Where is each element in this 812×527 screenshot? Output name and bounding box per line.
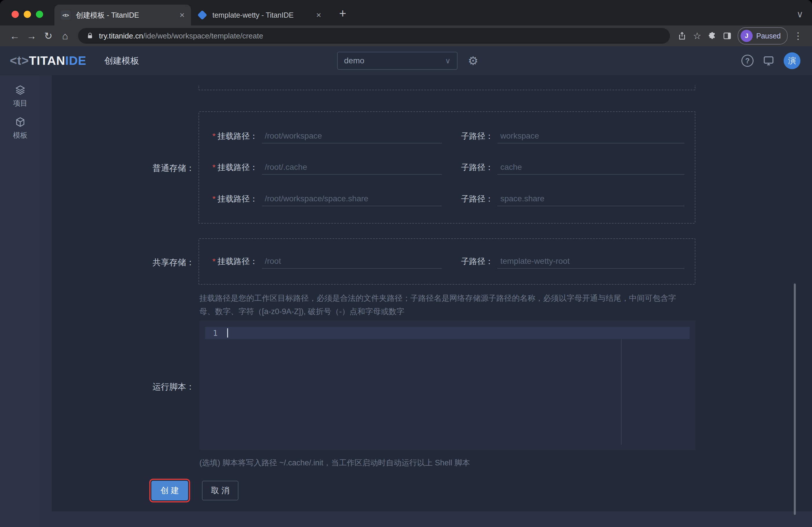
storage-row: * 挂载路径： /root/workspace/space.share 子路径：… <box>213 192 695 206</box>
tab-list: <t> 创建模板 - TitanIDE × template-wetty - T… <box>54 5 328 26</box>
logo-titan: TITAN <box>29 54 66 68</box>
sidebar-item-projects[interactable]: 项目 <box>13 85 28 108</box>
workspace-controls: demo ∨ ⚙ <box>337 52 478 70</box>
browser-tab-strip: <t> 创建模板 - TitanIDE × template-wetty - T… <box>0 0 812 26</box>
tab-template-wetty[interactable]: template-wetty - TitanIDE × <box>191 5 328 26</box>
sidebar-item-label: 模板 <box>13 130 28 140</box>
text-cursor <box>227 328 228 338</box>
storage-row: * 挂载路径： /root/.cache 子路径： cache <box>213 160 695 175</box>
url-domain: try.titanide.cn <box>99 31 143 40</box>
url-path: /ide/web/workspace/template/create <box>143 31 263 40</box>
window-close-button[interactable] <box>12 11 19 18</box>
user-avatar[interactable]: 演 <box>784 52 800 69</box>
workspace-settings-gear-icon[interactable]: ⚙ <box>468 55 478 67</box>
workspace-select-value: demo <box>344 56 364 65</box>
script-code-editor[interactable]: 1 <box>199 321 695 450</box>
sub-path-label: 子路径： <box>461 162 493 173</box>
lock-icon <box>86 32 94 40</box>
extensions-puzzle-icon[interactable] <box>705 31 720 40</box>
mount-path-label: 挂载路径： <box>217 162 258 173</box>
storage-row: * 挂载路径： /root 子路径： template-wetty-root <box>213 254 695 269</box>
storage-row: * 挂载路径： /root/workspace 子路径： workspace <box>213 129 695 144</box>
create-button[interactable]: 创 建 <box>151 481 188 500</box>
tab-search-chevron-icon[interactable]: ∨ <box>797 9 803 20</box>
tab-close-icon[interactable]: × <box>179 11 185 19</box>
sub-path-input[interactable]: workspace <box>497 129 684 144</box>
template-favicon-icon <box>197 10 207 20</box>
sub-path-label: 子路径： <box>461 193 493 205</box>
normal-storage-group: * 挂载路径： /root/workspace 子路径： workspace *… <box>199 111 695 223</box>
app-header: <t>TITANIDE 创建模板 demo ∨ ⚙ ? 演 <box>0 46 812 75</box>
sidebar-item-label: 项目 <box>13 98 28 108</box>
run-script-label: 运行脚本： <box>98 381 194 393</box>
sub-path-label: 子路径： <box>461 256 493 267</box>
titanide-logo: <t>TITANIDE <box>10 54 87 68</box>
shared-storage-label: 共享存储： <box>98 257 194 268</box>
profile-status-label: Paused <box>756 32 781 40</box>
browser-profile-button[interactable]: J Paused <box>738 27 788 45</box>
reload-icon[interactable]: ↻ <box>40 30 57 42</box>
logo-ide: IDE <box>66 54 87 68</box>
tab-create-template[interactable]: <t> 创建模板 - TitanIDE × <box>54 5 191 26</box>
mount-path-label: 挂载路径： <box>217 256 258 267</box>
back-icon[interactable]: ← <box>6 30 23 42</box>
shared-storage-group: * 挂载路径： /root 子路径： template-wetty-root <box>199 238 695 284</box>
sidebar-item-templates[interactable]: 模板 <box>13 117 28 140</box>
tab-title: template-wetty - TitanIDE <box>213 11 311 19</box>
required-marker: * <box>213 163 216 172</box>
required-marker: * <box>213 194 216 204</box>
window-zoom-button[interactable] <box>36 11 43 18</box>
url-text: try.titanide.cn/ide/web/workspace/templa… <box>99 31 263 41</box>
forward-icon[interactable]: → <box>23 30 40 42</box>
mount-path-input[interactable]: /root/workspace/space.share <box>262 192 442 206</box>
tab-close-icon[interactable]: × <box>316 11 321 19</box>
mount-path-label: 挂载路径： <box>217 193 258 205</box>
favicon-glyph: <t> <box>62 13 69 18</box>
workspace-select[interactable]: demo ∨ <box>337 52 458 70</box>
main-content: 普通存储： * 挂载路径： /root/workspace 子路径： works… <box>41 75 812 527</box>
required-marker: * <box>213 132 216 141</box>
sub-path-input[interactable]: cache <box>497 160 684 175</box>
script-hint-text: (选填) 脚本将写入路径 ~/.cache/.init，当工作区启动时自动运行以… <box>199 457 470 468</box>
window-minimize-button[interactable] <box>24 11 31 18</box>
cancel-button[interactable]: 取 消 <box>202 481 238 500</box>
mount-path-input[interactable]: /root/.cache <box>262 160 442 175</box>
sub-path-input[interactable]: space.share <box>497 192 684 206</box>
path-hint-text: 挂载路径是您的工作区目标路径，必须是合法的文件夹路径；子路径名是网络存储源子路径… <box>199 292 685 318</box>
sub-path-input[interactable]: template-wetty-root <box>497 254 684 269</box>
profile-avatar: J <box>740 30 753 42</box>
editor-indent-guide <box>621 339 622 445</box>
normal-storage-label: 普通存储： <box>98 163 194 174</box>
mount-path-label: 挂载路径： <box>217 131 258 142</box>
layers-icon <box>15 85 26 96</box>
monitor-icon[interactable] <box>763 55 774 67</box>
titanide-favicon-icon: <t> <box>61 10 71 20</box>
mount-path-input[interactable]: /root <box>262 254 442 269</box>
previous-storage-group-edge <box>199 85 695 90</box>
chevron-down-icon: ∨ <box>445 56 451 65</box>
side-panel-icon[interactable] <box>720 31 735 40</box>
required-marker: * <box>213 257 216 266</box>
editor-active-line[interactable]: 1 <box>205 327 690 339</box>
share-icon[interactable] <box>675 31 690 40</box>
tab-title: 创建模板 - TitanIDE <box>76 11 174 20</box>
browser-window: <t> 创建模板 - TitanIDE × template-wetty - T… <box>0 0 812 527</box>
app-sidebar: 项目 模板 <box>0 75 41 527</box>
logo-bracket: <t> <box>10 54 29 68</box>
page-title: 创建模板 <box>104 55 139 67</box>
cube-icon <box>15 117 26 128</box>
header-right-actions: ? 演 <box>741 52 812 69</box>
home-icon[interactable]: ⌂ <box>57 30 73 42</box>
bookmark-star-icon[interactable]: ☆ <box>690 30 705 41</box>
sub-path-label: 子路径： <box>461 131 493 142</box>
help-icon[interactable]: ? <box>741 55 754 67</box>
page-scrollbar[interactable] <box>794 283 796 515</box>
window-controls <box>12 11 43 18</box>
line-number: 1 <box>205 328 226 338</box>
new-tab-button[interactable]: + <box>339 8 346 20</box>
browser-toolbar: ← → ↻ ⌂ try.titanide.cn/ide/web/workspac… <box>0 26 812 46</box>
browser-menu-dots-icon[interactable]: ⋮ <box>791 30 806 41</box>
mount-path-input[interactable]: /root/workspace <box>262 129 442 144</box>
address-bar[interactable]: try.titanide.cn/ide/web/workspace/templa… <box>78 28 670 44</box>
